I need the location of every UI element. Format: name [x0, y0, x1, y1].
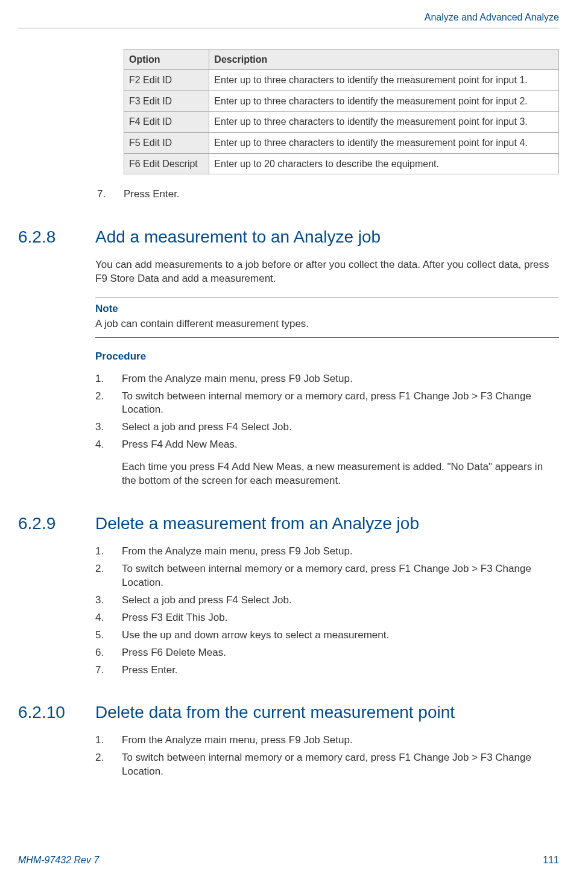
step-item: 7. Press Enter. — [97, 188, 559, 201]
step-number: 2. — [95, 562, 122, 590]
description-cell: Enter up to three characters to identify… — [209, 90, 559, 112]
step-item: 4. Press F4 Add New Meas. Each time you … — [95, 438, 559, 488]
step-item: 3. Select a job and press F4 Select Job. — [95, 420, 559, 434]
doc-id: MHM-97432 Rev 7 — [18, 854, 99, 867]
step-item: 3. Select a job and press F4 Select Job. — [95, 594, 559, 607]
step-item: 7. Press Enter. — [95, 664, 559, 677]
step-number: 1. — [95, 372, 122, 386]
section-heading: 6.2.8 Add a measurement to an Analyze jo… — [18, 226, 559, 249]
section-number: 6.2.10 — [18, 701, 95, 724]
step-number: 3. — [95, 420, 122, 434]
step-number: 2. — [95, 390, 122, 417]
description-cell: Enter up to three characters to identify… — [209, 112, 559, 133]
step-number: 3. — [95, 594, 122, 607]
section-number: 6.2.9 — [18, 512, 95, 535]
note-block: Note A job can contain different measure… — [95, 297, 559, 338]
step-item: 2. To switch between internal memory or … — [95, 390, 559, 417]
table-row: F2 Edit ID Enter up to three characters … — [124, 70, 559, 91]
step-text: Press Enter. — [122, 664, 559, 677]
step-number: 6. — [95, 646, 122, 660]
step-text: To switch between internal memory or a m… — [122, 390, 559, 417]
step-item: 5. Use the up and down arrow keys to sel… — [95, 629, 559, 642]
step-text: Press F4 Add New Meas. — [122, 438, 559, 452]
step-text: Select a job and press F4 Select Job. — [122, 594, 559, 607]
table-row: F5 Edit ID Enter up to three characters … — [124, 132, 559, 153]
step-item: 6. Press F6 Delete Meas. — [95, 646, 559, 660]
step-number: 7. — [97, 188, 124, 201]
note-text: A job can contain different measurement … — [95, 317, 559, 331]
options-table: Option Description F2 Edit ID Enter up t… — [124, 49, 559, 175]
step-number: 7. — [95, 664, 122, 677]
table-row: F4 Edit ID Enter up to three characters … — [124, 112, 559, 133]
section-title: Delete a measurement from an Analyze job — [95, 512, 419, 535]
intro-paragraph: You can add measurements to a job before… — [95, 258, 559, 286]
table-row: F3 Edit ID Enter up to three characters … — [124, 90, 559, 112]
option-cell: F2 Edit ID — [124, 70, 209, 91]
section-heading: 6.2.10 Delete data from the current meas… — [18, 701, 559, 724]
step-item: 2. To switch between internal memory or … — [95, 751, 559, 779]
option-cell: F3 Edit ID — [124, 90, 209, 112]
step-number: 5. — [95, 629, 122, 642]
page-number: 111 — [543, 854, 559, 867]
step-text: From the Analyze main menu, press F9 Job… — [122, 734, 559, 747]
step-number: 1. — [95, 545, 122, 559]
step-text: Press Enter. — [124, 188, 559, 201]
section-number: 6.2.8 — [18, 226, 95, 249]
running-header: Analyze and Advanced Analyze — [0, 0, 588, 28]
table-header-option: Option — [124, 49, 209, 70]
step-number: 4. — [95, 611, 122, 625]
procedure-label: Procedure — [95, 350, 559, 364]
description-cell: Enter up to three characters to identify… — [209, 132, 559, 153]
option-cell: F6 Edit Descript — [124, 153, 209, 174]
page-footer: MHM-97432 Rev 7 111 — [18, 854, 559, 867]
step-item: 1. From the Analyze main menu, press F9 … — [95, 734, 559, 747]
table-row: F6 Edit Descript Enter up to 20 characte… — [124, 153, 559, 174]
step-text: Press F6 Delete Meas. — [122, 646, 559, 660]
step-item: 1. From the Analyze main menu, press F9 … — [95, 372, 559, 386]
step-item: 2. To switch between internal memory or … — [95, 562, 559, 590]
step-text: From the Analyze main menu, press F9 Job… — [122, 372, 559, 386]
step-text: To switch between internal memory or a m… — [122, 562, 559, 590]
step-text: Select a job and press F4 Select Job. — [122, 420, 559, 434]
step-text: Use the up and down arrow keys to select… — [122, 629, 559, 642]
option-cell: F5 Edit ID — [124, 132, 209, 153]
table-header-description: Description — [209, 49, 559, 70]
step-number: 1. — [95, 734, 122, 747]
option-cell: F4 Edit ID — [124, 112, 209, 133]
step-text: Press F3 Edit This Job. — [122, 611, 559, 625]
description-cell: Enter up to three characters to identify… — [209, 70, 559, 91]
step-number: 4. — [95, 438, 122, 488]
step-followup: Each time you press F4 Add New Meas, a n… — [122, 460, 559, 488]
step-text: To switch between internal memory or a m… — [122, 751, 559, 779]
description-cell: Enter up to 20 characters to describe th… — [209, 153, 559, 174]
step-number: 2. — [95, 751, 122, 779]
step-text: From the Analyze main menu, press F9 Job… — [122, 545, 559, 559]
step-item: 1. From the Analyze main menu, press F9 … — [95, 545, 559, 559]
note-label: Note — [95, 302, 559, 316]
section-title: Delete data from the current measurement… — [95, 701, 455, 724]
page-content: Option Description F2 Edit ID Enter up t… — [0, 28, 588, 779]
section-title: Add a measurement to an Analyze job — [95, 226, 381, 249]
step-item: 4. Press F3 Edit This Job. — [95, 611, 559, 625]
section-heading: 6.2.9 Delete a measurement from an Analy… — [18, 512, 559, 535]
